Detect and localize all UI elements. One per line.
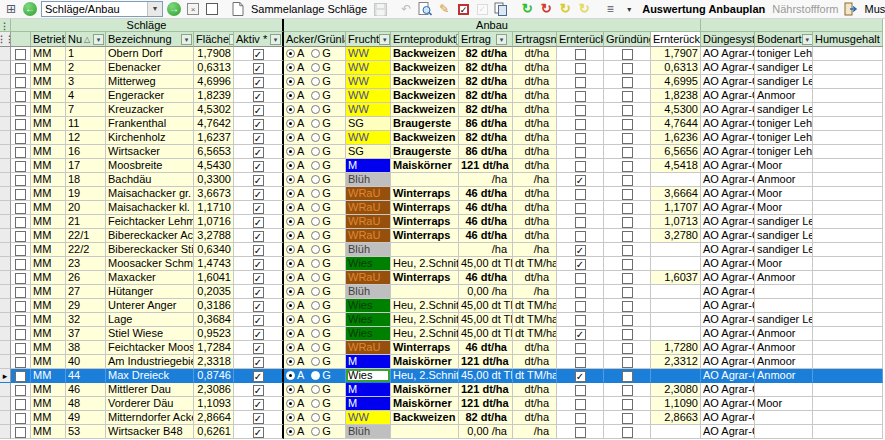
aktiv-checkbox[interactable]: ✓ — [253, 329, 264, 340]
header-bezeichnung[interactable]: Bezeichnung▾ — [106, 32, 194, 47]
gruenduengung-checkbox[interactable] — [622, 231, 633, 242]
cell-ertrag[interactable]: 86 dt/ha — [459, 145, 513, 159]
cell-ertrag[interactable]: 121 dt/ha — [459, 383, 513, 397]
row-select-checkbox[interactable] — [15, 161, 26, 172]
cell-humusgehalt[interactable] — [813, 341, 883, 355]
cell-nr[interactable]: 38 — [66, 341, 106, 355]
aktiv-checkbox[interactable]: ✓ — [253, 357, 264, 368]
cell-ertragsniveau[interactable]: dt/ha — [513, 47, 557, 61]
undo-icon[interactable]: ↶ — [398, 1, 414, 17]
cell-bodenart[interactable]: sandiger Lehm — [755, 61, 813, 75]
cell-gruenduengung[interactable] — [604, 313, 651, 327]
cell-bezeichnung[interactable]: Bibereckacker Acker — [106, 229, 194, 243]
cell-duengesystem[interactable]: AO Agrar-Office — [701, 187, 755, 201]
table-row[interactable]: MM 20 Maisachacker kl. 1,1710 ✓ AG WRaU … — [0, 201, 885, 215]
cell-frucht[interactable]: Wies — [346, 327, 391, 341]
cell-ernterueck[interactable]: 1,1707 — [651, 201, 701, 215]
header-bodenart[interactable]: Bodenart▾ — [755, 32, 813, 47]
cell-ernterueck[interactable] — [651, 327, 701, 341]
cell-gruenduengung[interactable] — [604, 187, 651, 201]
cell-ernterueck-cb[interactable] — [557, 313, 604, 327]
radio-acker[interactable] — [286, 175, 295, 184]
radio-acker[interactable] — [286, 49, 295, 58]
naehrstoffform-button[interactable]: Nährstoffform — [770, 3, 840, 15]
cell-gruenduengung[interactable] — [604, 201, 651, 215]
cell-ernteprodukt[interactable]: Backweizen — [391, 89, 459, 103]
cell-flaeche[interactable]: 1,8239 — [194, 89, 234, 103]
cell-ernterueck[interactable]: 1,6037 — [651, 271, 701, 285]
cell-humusgehalt[interactable] — [813, 173, 883, 187]
cell-flaeche[interactable]: 0,3300 — [194, 173, 234, 187]
cell-ernterueck[interactable] — [651, 369, 701, 383]
cell-gruenduengung[interactable] — [604, 243, 651, 257]
aktiv-checkbox[interactable]: ✓ — [253, 147, 264, 158]
cell-ernteprodukt[interactable]: Backweizen — [391, 411, 459, 425]
header-frucht[interactable]: Frucht▾ — [346, 32, 391, 47]
cell-ernteprodukt[interactable] — [391, 425, 459, 439]
radio-acker[interactable] — [286, 91, 295, 100]
cell-duengesystem[interactable]: AO Agrar-Office — [701, 243, 755, 257]
cell-frucht[interactable]: Blüh — [346, 173, 391, 187]
cell-ertragsniveau[interactable]: dt/ha — [513, 117, 557, 131]
cell-nr[interactable]: 19 — [66, 187, 106, 201]
gruenduengung-checkbox[interactable] — [622, 259, 633, 270]
cell-ernterueck[interactable]: 1,6236 — [651, 131, 701, 145]
cell-duengesystem[interactable]: AO Agrar-Office — [701, 411, 755, 425]
cell-humusgehalt[interactable] — [813, 61, 883, 75]
cell-gruenduengung[interactable] — [604, 271, 651, 285]
radio-gruenland[interactable] — [311, 329, 320, 338]
cell-ertrag[interactable]: /ha — [459, 243, 513, 257]
cell-bezeichnung[interactable]: Stiel Wiese — [106, 327, 194, 341]
radio-gruenland[interactable] — [311, 259, 320, 268]
row-select-cell[interactable] — [11, 61, 31, 75]
radio-acker[interactable] — [286, 77, 295, 86]
cell-acker-gruenland[interactable]: AG — [284, 271, 346, 285]
cell-acker-gruenland[interactable]: AG — [284, 383, 346, 397]
cell-gruenduengung[interactable] — [604, 383, 651, 397]
table-row[interactable]: MM 22/2 Bibereckacker Still 0,6340 ✓ AG … — [0, 243, 885, 257]
cell-ertrag[interactable]: 46 dt/ha — [459, 215, 513, 229]
cell-gruenduengung[interactable] — [604, 229, 651, 243]
ernterueck-checkbox[interactable] — [575, 343, 586, 354]
cell-ertragsniveau[interactable]: dt/ha — [513, 159, 557, 173]
table-row[interactable]: MM 7 Kreuzacker 4,5302 ✓ AG WW Backweize… — [0, 103, 885, 117]
cell-bezeichnung[interactable]: Kreuzacker — [106, 103, 194, 117]
cell-betrieb[interactable]: MM — [31, 397, 66, 411]
row-select-checkbox[interactable] — [15, 371, 26, 382]
gruenduengung-checkbox[interactable] — [622, 189, 633, 200]
cell-ertragsniveau[interactable]: dt TM/ha — [513, 257, 557, 271]
cell-ernterueck[interactable]: 2,3080 — [651, 383, 701, 397]
window-layout-icon[interactable]: ⊞ — [3, 1, 19, 17]
ernterueck-checkbox[interactable]: ✓ — [575, 245, 586, 256]
cell-humusgehalt[interactable] — [813, 299, 883, 313]
cell-bezeichnung[interactable]: Bachdäu — [106, 173, 194, 187]
cell-bezeichnung[interactable]: Maxacker — [106, 271, 194, 285]
aktiv-checkbox[interactable]: ✓ — [253, 427, 264, 438]
row-select-checkbox[interactable] — [15, 287, 26, 298]
cell-ernteprodukt[interactable]: Maiskörner — [391, 383, 459, 397]
cell-ertragsniveau[interactable]: dt TM/ha — [513, 369, 557, 383]
cell-frucht[interactable]: Wies — [346, 313, 391, 327]
gruenduengung-checkbox[interactable] — [622, 273, 633, 284]
menu-dropdown-icon[interactable]: ▾ — [621, 1, 637, 17]
radio-acker[interactable] — [286, 161, 295, 170]
cell-bodenart[interactable] — [755, 299, 813, 313]
row-select-checkbox[interactable] — [15, 175, 26, 186]
cell-humusgehalt[interactable] — [813, 313, 883, 327]
cell-aktiv[interactable]: ✓ — [234, 257, 284, 271]
cell-ertrag[interactable]: 46 dt/ha — [459, 341, 513, 355]
cell-ernterueck[interactable]: 1,1090 — [651, 397, 701, 411]
cell-aktiv[interactable]: ✓ — [234, 327, 284, 341]
cell-aktiv[interactable]: ✓ — [234, 75, 284, 89]
table-row[interactable]: MM 27 Hütanger 0,2035 ✓ AG Blüh 0,00 /ha… — [0, 285, 885, 299]
cell-ertragsniveau[interactable]: dt/ha — [513, 229, 557, 243]
row-select-cell[interactable] — [11, 173, 31, 187]
radio-gruenland[interactable] — [311, 147, 320, 156]
cell-aktiv[interactable]: ✓ — [234, 271, 284, 285]
cell-betrieb[interactable]: MM — [31, 61, 66, 75]
cell-nr[interactable]: 7 — [66, 103, 106, 117]
cell-flaeche[interactable]: 1,4743 — [194, 257, 234, 271]
cell-flaeche[interactable]: 1,1710 — [194, 201, 234, 215]
refresh-yellow-icon[interactable]: ↻ — [557, 1, 573, 17]
row-select-checkbox[interactable] — [15, 273, 26, 284]
